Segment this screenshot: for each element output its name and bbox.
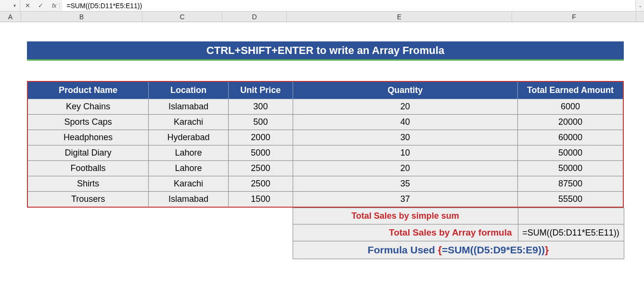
title-banner: CTRL+SHIFT+ENTER to write an Array Fromu…: [27, 41, 624, 61]
cell-total[interactable]: 87500: [517, 176, 623, 192]
cell-unitprice[interactable]: 300: [228, 99, 293, 115]
curly-close: }: [545, 244, 549, 255]
gap-cell: [27, 224, 293, 241]
formula-used-label: Formula Used: [368, 244, 438, 255]
name-box-dropdown-icon[interactable]: ▾: [13, 3, 16, 8]
col-header-C[interactable]: C: [142, 12, 222, 22]
cell-quantity[interactable]: 30: [293, 130, 517, 145]
cell-total[interactable]: 50000: [517, 161, 623, 176]
cell-unitprice[interactable]: 1500: [228, 192, 293, 208]
formula-used-cell: Formula Used {=SUM((D5:D9*E5:E9))}: [293, 241, 624, 259]
cell-product[interactable]: Key Chains: [27, 99, 149, 115]
col-header-A[interactable]: A: [0, 12, 21, 22]
cell-total[interactable]: 50000: [517, 145, 623, 161]
table-row: HeadphonesHyderabad20003060000: [27, 130, 623, 145]
cell-total[interactable]: 6000: [517, 99, 623, 115]
cell-location[interactable]: Lahore: [149, 161, 229, 176]
array-formula-cell[interactable]: =SUM((D5:D11*E5:E11)): [518, 224, 624, 241]
name-box[interactable]: ▾: [0, 0, 20, 11]
table-row: ShirtsKarachi25003587500: [27, 176, 623, 192]
cell-location[interactable]: Islamabad: [149, 192, 229, 208]
summary-array-row: Total Sales by Array formula =SUM((D5:D1…: [27, 224, 624, 241]
table-body: Key ChainsIslamabad300206000Sports CapsK…: [27, 99, 623, 208]
data-table: Product Name Location Unit Price Quantit…: [27, 81, 624, 208]
cancel-button[interactable]: ✕: [23, 2, 32, 9]
worksheet[interactable]: CTRL+SHIFT+ENTER to write an Array Fromu…: [0, 41, 644, 259]
cell-total[interactable]: 60000: [517, 130, 623, 145]
cell-location[interactable]: Lahore: [149, 145, 229, 161]
th-total: Total Earned Amount: [517, 81, 623, 99]
th-unitprice: Unit Price: [228, 81, 293, 99]
cell-location[interactable]: Karachi: [149, 176, 229, 192]
cell-quantity[interactable]: 20: [293, 99, 517, 115]
formula-input[interactable]: =SUM((D5:D11*E5:E11)): [63, 0, 635, 11]
cell-location[interactable]: Karachi: [149, 115, 229, 130]
cell-unitprice[interactable]: 500: [228, 115, 293, 130]
cell-quantity[interactable]: 20: [293, 161, 517, 176]
col-header-D[interactable]: D: [222, 12, 287, 22]
table-row: Key ChainsIslamabad300206000: [27, 99, 623, 115]
cell-product[interactable]: Headphones: [27, 130, 149, 145]
cell-unitprice[interactable]: 2500: [228, 161, 293, 176]
col-header-F[interactable]: F: [512, 12, 636, 22]
cell-quantity[interactable]: 37: [293, 192, 517, 208]
cell-unitprice[interactable]: 2000: [228, 130, 293, 145]
simple-sum-label: Total Sales by simple sum: [293, 208, 518, 224]
summary-rows: Total Sales by simple sum Total Sales by…: [27, 208, 624, 259]
array-sum-label: Total Sales by Array formula: [389, 227, 512, 237]
table-row: TrousersIslamabad15003755500: [27, 192, 623, 208]
array-label-cell: Total Sales by Array formula: [293, 224, 518, 241]
simple-sum-value[interactable]: [518, 208, 624, 224]
cell-total[interactable]: 20000: [517, 115, 623, 130]
cell-location[interactable]: Hyderabad: [149, 130, 229, 145]
cell-product[interactable]: Digital Diary: [27, 145, 149, 161]
cell-quantity[interactable]: 10: [293, 145, 517, 161]
cell-quantity[interactable]: 35: [293, 176, 517, 192]
cell-product[interactable]: Sports Caps: [27, 115, 149, 130]
cell-product[interactable]: Trousers: [27, 192, 149, 208]
insert-function-button[interactable]: fx: [49, 2, 60, 9]
th-product: Product Name: [27, 81, 149, 99]
table-header-row: Product Name Location Unit Price Quantit…: [27, 81, 623, 99]
th-location: Location: [149, 81, 229, 99]
formula-used-body: =SUM((D5:D9*E5:E9)): [442, 244, 545, 255]
table-row: Sports CapsKarachi5004020000: [27, 115, 623, 130]
col-header-B[interactable]: B: [21, 12, 142, 22]
cell-location[interactable]: Islamabad: [149, 99, 229, 115]
formula-bar: ▾ ✕ ✓ fx =SUM((D5:D11*E5:E11)) ⌄: [0, 0, 644, 12]
th-quantity: Quantity: [293, 81, 517, 99]
cell-unitprice[interactable]: 2500: [228, 176, 293, 192]
summary-formula-used-row: Formula Used {=SUM((D5:D9*E5:E9))}: [27, 241, 624, 259]
cell-product[interactable]: Shirts: [27, 176, 149, 192]
cell-quantity[interactable]: 40: [293, 115, 517, 130]
summary-simple-row: Total Sales by simple sum: [27, 208, 624, 224]
gap-cell: [27, 208, 293, 224]
column-headers: A B C D E F: [0, 12, 644, 22]
table-row: FootballsLahore25002050000: [27, 161, 623, 176]
expand-formula-bar-icon[interactable]: ⌄: [635, 0, 644, 11]
cell-total[interactable]: 55500: [517, 192, 623, 208]
cell-unitprice[interactable]: 5000: [228, 145, 293, 161]
table-row: Digital DiaryLahore50001050000: [27, 145, 623, 161]
accept-button[interactable]: ✓: [36, 2, 45, 9]
col-header-E[interactable]: E: [287, 12, 512, 22]
cell-product[interactable]: Footballs: [27, 161, 149, 176]
curly-open: {: [438, 244, 442, 255]
gap-cell: [27, 241, 293, 259]
